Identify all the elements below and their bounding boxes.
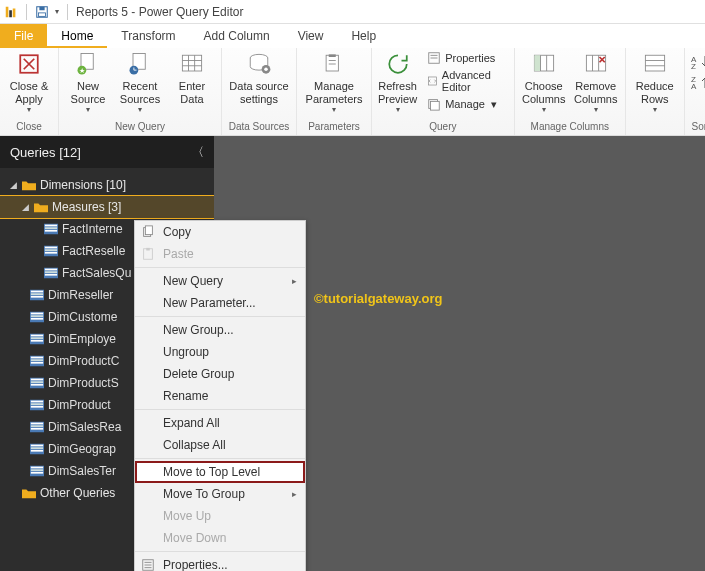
title-bar: ▾ Reports 5 - Power Query Editor [0,0,705,24]
svg-rect-47 [45,230,57,232]
queries-header[interactable]: Queries [12] 〈 [0,136,214,168]
tab-transform[interactable]: Transform [107,24,189,48]
svg-rect-75 [31,384,43,386]
menu-separator [135,551,305,552]
svg-rect-37 [645,55,664,71]
svg-rect-78 [31,403,43,405]
svg-rect-34 [586,55,605,71]
data-source-settings-button[interactable]: Data source settings [228,50,290,105]
svg-rect-54 [45,271,57,273]
enter-data-button[interactable]: Enter Data [169,50,215,105]
submenu-arrow-icon: ▸ [292,276,297,286]
menu-rename[interactable]: Rename [135,385,305,407]
chevron-down-icon: ▾ [86,105,90,114]
svg-rect-62 [31,315,43,317]
manage-parameters-button[interactable]: Manage Parameters ▾ [303,50,365,114]
advanced-editor-button[interactable]: Advanced Editor [423,68,508,94]
menu-expand-all[interactable]: Expand All [135,412,305,434]
sort-asc-icon[interactable]: AZ [691,54,705,70]
svg-rect-45 [45,225,57,227]
chevron-down-icon: ▾ [332,105,336,114]
svg-rect-87 [31,450,43,452]
svg-rect-1 [9,10,12,17]
menu-ungroup[interactable]: Ungroup [135,341,305,363]
expand-icon: ◢ [20,202,30,212]
svg-rect-49 [45,247,57,249]
menu-collapse-all[interactable]: Collapse All [135,434,305,456]
watermark-text: ©tutorialgateway.org [314,291,443,306]
tab-view[interactable]: View [284,24,338,48]
tab-home[interactable]: Home [47,24,107,48]
query-stack: Properties Advanced Editor Manage ▾ [423,50,508,112]
svg-rect-66 [31,337,43,339]
menu-move-down: Move Down [135,527,305,549]
chevron-down-icon: ▾ [396,105,400,114]
tab-file[interactable]: File [0,24,47,48]
svg-rect-85 [31,445,43,447]
sort-desc-icon[interactable]: ZA [691,74,705,90]
svg-rect-27 [428,77,436,85]
menu-new-group[interactable]: New Group... [135,319,305,341]
menu-move-top-level[interactable]: Move to Top Level [135,461,305,483]
properties-button[interactable]: Properties [423,50,508,66]
svg-rect-83 [31,428,43,430]
tab-add-column[interactable]: Add Column [190,24,284,48]
svg-rect-71 [31,362,43,364]
ribbon-group-reduce: Reduce Rows ▾ [626,48,685,135]
reduce-rows-button[interactable]: Reduce Rows ▾ [632,50,678,114]
separator [26,4,27,20]
svg-rect-12 [182,55,201,71]
expand-icon: ◢ [8,180,18,190]
dropdown-icon[interactable]: ▾ [55,7,59,16]
menu-new-parameter[interactable]: New Parameter... [135,292,305,314]
menu-separator [135,316,305,317]
ribbon-group-parameters: Manage Parameters ▾ Parameters [297,48,372,135]
chevron-left-icon[interactable]: 〈 [192,144,204,161]
choose-columns-button[interactable]: Choose Columns ▾ [521,50,567,114]
separator [67,4,68,20]
ribbon-group-close: Close & Apply ▾ Close [0,48,59,135]
svg-rect-58 [31,293,43,295]
svg-rect-21 [329,54,336,57]
menu-move-to-group[interactable]: Move To Group▸ [135,483,305,505]
svg-rect-74 [31,381,43,383]
svg-rect-65 [31,335,43,337]
svg-rect-20 [326,55,338,71]
manage-button[interactable]: Manage ▾ [423,96,508,112]
svg-text:A: A [691,82,697,90]
svg-point-19 [264,68,268,72]
menu-delete-group[interactable]: Delete Group [135,363,305,385]
menu-separator [135,267,305,268]
chevron-down-icon: ▾ [594,105,598,114]
svg-rect-29 [431,101,440,110]
svg-rect-59 [31,296,43,298]
svg-rect-67 [31,340,43,342]
chevron-down-icon: ▾ [542,105,546,114]
menu-separator [135,458,305,459]
remove-columns-button[interactable]: Remove Columns ▾ [573,50,619,114]
recent-sources-button[interactable]: Recent Sources ▾ [117,50,163,114]
svg-rect-2 [13,8,16,17]
svg-rect-0 [6,6,9,17]
svg-rect-95 [146,248,150,251]
menu-properties[interactable]: Properties... [135,554,305,571]
folder-measures[interactable]: ◢ Measures [3] [0,196,214,218]
svg-rect-70 [31,359,43,361]
close-apply-button[interactable]: Close & Apply ▾ [6,50,52,114]
svg-rect-89 [31,467,43,469]
svg-rect-57 [31,291,43,293]
new-source-button[interactable]: ★ New Source ▾ [65,50,111,114]
menu-copy[interactable]: Copy [135,221,305,243]
menu-new-query[interactable]: New Query▸ [135,270,305,292]
svg-rect-73 [31,379,43,381]
tab-help[interactable]: Help [337,24,390,48]
svg-rect-4 [39,6,44,10]
svg-rect-5 [39,12,46,16]
save-icon[interactable] [35,5,49,19]
context-menu: Copy Paste New Query▸ New Parameter... N… [134,220,306,571]
refresh-preview-button[interactable]: Refresh Preview ▾ [378,50,417,114]
folder-dimensions[interactable]: ◢ Dimensions [10] [0,174,214,196]
svg-rect-50 [45,249,57,251]
svg-rect-90 [31,469,43,471]
chevron-down-icon: ▾ [653,105,657,114]
